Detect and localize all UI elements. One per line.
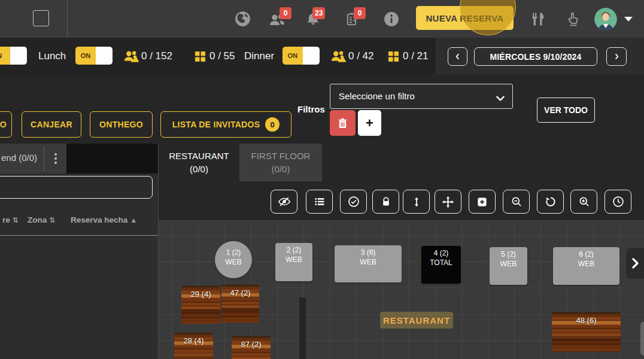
dinner-tables-icon [388,51,399,65]
menu-square-button[interactable] [33,10,49,26]
servicebar-divider [436,38,437,75]
rotate-ccw-icon [545,196,557,208]
delete-filter-button[interactable] [330,110,356,136]
clock-icon [612,196,624,208]
zoom-out-button[interactable] [503,190,530,214]
column-header-reserva-hecha[interactable]: Reserva hecha▲ [71,215,137,224]
chevron-right-icon [631,258,639,269]
table-3[interactable]: 3 (6)WEB [335,245,402,282]
lunch-tables-icon [195,51,206,65]
edge-toggle[interactable]: ON [0,47,27,65]
left-panel-menu-button[interactable] [44,144,66,174]
lunch-toggle[interactable]: ON [75,47,113,65]
globe-icon[interactable] [233,10,251,28]
table-6[interactable]: 6 (2)WEB [553,247,619,285]
zoom-out-icon [511,196,523,208]
add-table-button[interactable] [469,190,496,214]
table-4[interactable]: 4 (2)TOTAL [421,246,461,284]
topbar-divider [67,0,68,38]
filter-select-value: Seleccione un filtro [339,91,415,101]
edge-action-button[interactable]: O [0,111,12,138]
service-bar: ON Lunch ON 0 / 152 0 / 55 Dinner ON 0 /… [0,38,644,75]
expand-panel-button[interactable] [626,248,644,279]
info-icon[interactable] [382,10,400,28]
resize-vertical-icon [411,196,422,208]
zoom-in-icon [578,196,590,208]
filter-select[interactable]: Seleccione un filtro [330,84,513,109]
move-icon [442,196,454,208]
lunch-toggle-off [96,47,113,65]
scrollbar-thumb[interactable] [640,322,644,355]
lunch-guests-icon [123,49,139,65]
dinner-toggle-on: ON [282,47,303,65]
lunch-toggle-on: ON [75,47,96,65]
hand-pointer-icon[interactable] [564,10,582,28]
left-panel-tab-spacer [66,144,158,174]
reservation-list-panel [0,174,158,359]
vertical-dots-icon [54,153,57,164]
add-table-icon [476,196,488,208]
sort-both-icon: ⇅ [13,216,19,224]
dinner-guests-icon [330,49,346,65]
table-1[interactable]: 1 (2)WEB [215,241,252,278]
avatar[interactable] [594,8,617,31]
column-header-name[interactable]: re⇅ [2,215,19,224]
caret-down-icon[interactable] [624,17,633,22]
guest-list-button[interactable]: LISTA DE INVITADOS 0 [160,111,291,138]
edge-toggle-off [10,47,27,65]
top-bar: 0 23 0 NUEVA RESERVA [0,0,644,38]
tab-restaurant[interactable]: RESTAURANT (0/0) [160,144,238,181]
header-underline [0,235,158,236]
filters-label: Filtros [297,104,325,114]
list-view-icon [314,196,326,208]
lock-button[interactable] [372,190,399,214]
history-button[interactable] [604,190,631,214]
tab-first-floor[interactable]: FIRST FLOOR (0/0) [239,144,322,181]
dinner-label: Dinner [244,50,274,62]
column-header-zona[interactable]: Zona⇅ [28,215,55,224]
hide-view-button[interactable] [271,190,297,214]
guest-list-label: LISTA DE INVITADOS [172,120,260,129]
waitlist-badge: 0 [354,7,366,19]
area-label: RESTAURANT [380,312,453,328]
lunch-tables-count: 0 / 55 [209,50,235,62]
confirm-circle-icon [348,196,360,208]
confirm-button[interactable] [340,190,367,214]
onthego-button[interactable]: ONTHEGO [90,111,153,138]
resize-vertical-button[interactable] [403,190,430,214]
table-48[interactable]: 48 (6) [552,312,621,352]
zoom-in-button[interactable] [570,190,597,214]
sort-asc-icon: ▲ [130,216,137,224]
date-prev-button[interactable] [448,47,467,66]
new-reservation-button[interactable]: NUEVA RESERVA [416,6,514,30]
dinner-toggle[interactable]: ON [282,47,320,65]
restaurant-utensils-icon[interactable] [529,10,547,28]
edge-toggle-on: ON [0,47,10,65]
rotate-button[interactable] [537,190,564,214]
notifications-badge: 23 [312,7,325,19]
move-button[interactable] [435,190,461,214]
canjear-button[interactable]: CANJEAR [22,111,81,138]
reservation-app: 0 23 0 NUEVA RESERVA ON Lunch [0,0,644,359]
table-2[interactable]: 2 (2)WEB [275,243,312,281]
table-5[interactable]: 5 (2)WEB [490,247,527,285]
table-28[interactable]: 28 (4) [174,333,213,359]
left-panel-tab-label: end (0/0) [1,153,37,163]
table-29[interactable]: 29 (4) [181,286,220,324]
date-button[interactable]: MIÉRCOLES 9/10/2024 [474,47,597,66]
guest-list-count-badge: 0 [265,117,280,132]
lunch-label: Lunch [38,50,66,62]
lock-icon [381,196,391,208]
search-input[interactable] [0,176,153,199]
trash-icon [337,117,348,129]
wall-divider [299,297,306,359]
add-filter-button[interactable]: + [358,110,381,136]
users-badge: 0 [280,7,291,19]
date-next-button[interactable] [606,47,627,66]
table-47[interactable]: 47 (2) [221,285,259,323]
view-all-button[interactable]: VER TODO [537,98,595,123]
dinner-guests-count: 0 / 42 [348,50,374,62]
table-87[interactable]: 87 (2) [232,336,271,359]
floor-plan: 1 (2)WEB 2 (2)WEB 3 (6)WEB 4 (2)TOTAL 5 … [159,220,644,359]
list-view-button[interactable] [306,190,333,214]
